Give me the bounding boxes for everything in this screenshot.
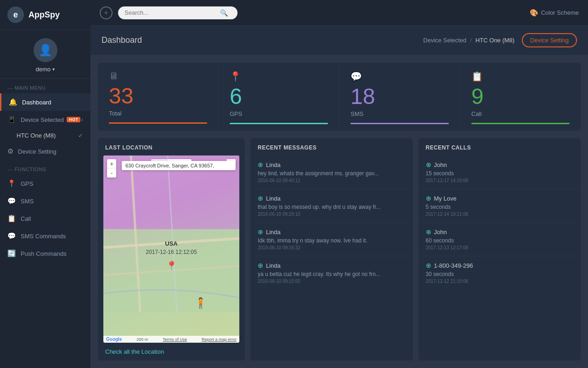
sidebar-item-dashboard[interactable]: 🔔 Dashboard [0,93,90,111]
call-duration-1: 5 seconds [426,204,574,210]
map-footer: Google 200 m Terms of Use Report a map e… [103,336,239,343]
sidebar-item-sms[interactable]: 💬 SMS [0,192,90,210]
page-title: Dashboard [102,35,142,45]
total-label: Total [109,110,207,117]
msg-sender-2: ⊕ Linda [258,228,406,236]
search-icon: 🔍 [220,9,228,17]
call-stat-icon: 📋 [471,71,483,82]
breadcrumb-separator: / [470,37,472,44]
search-input[interactable] [124,9,216,16]
sidebar-item-device-setting[interactable]: ⚙ Device Setting [0,143,90,160]
map-person-icon: 🧍 [194,297,207,309]
search-bar: 🔍 [118,6,237,19]
stat-total: 🖥 33 Total [98,63,219,131]
username[interactable]: demo ▾ [36,66,55,73]
msg-sender-name: Linda [266,195,281,202]
hot-badge: HOT [67,117,81,122]
contact-icon: ⊕ [258,228,263,236]
report-link[interactable]: Report a map error [202,337,237,342]
msg-sender-name: Linda [266,229,281,236]
sidebar-item-label: Dashboard [22,99,51,106]
msg-time-2: 2016-06-10 09:16:32 [258,245,406,250]
sidebar-item-device-selected[interactable]: 📱 Device Selected HOT › [0,111,90,128]
call-name-1: ⊕ My Love [426,195,574,202]
page-header: Dashboard Device Selected / HTC One (M8)… [90,26,588,55]
zoom-out-button[interactable]: - [107,168,116,178]
sidebar-item-label: SMS Commands [21,233,66,240]
device-setting-button[interactable]: Device Setting [522,33,577,47]
call-name-2: ⊕ John [426,228,574,236]
breadcrumb-parent: Device Selected [423,37,466,44]
messages-list: ⊕ Linda hey lind, whats the assignment m… [250,155,413,361]
call-time-2: 2017-12-13 12:17:06 [426,245,574,250]
msg-text-1: that boy is so messed up. why dnt u stay… [258,204,406,210]
sidebar-item-push-commands[interactable]: 🔄 Push Commands [0,245,90,262]
breadcrumb-current: HTC One (M8) [475,37,514,44]
last-location-title: LAST LOCATION [98,138,245,155]
dropdown-caret-icon: ▾ [52,67,55,72]
message-item-0: ⊕ Linda hey lind, whats the assignment m… [254,155,409,189]
sms-label: SMS [351,110,449,117]
sidebar-logo: e AppSpy [0,0,90,30]
recent-messages-title: RECENT MESSAGES [250,138,413,155]
sidebar-item-label: SMS [21,198,34,205]
topbar: + 🔍 🎨 Color Scheme [90,0,588,26]
msg-text-3: ya u betta cuz he legit cray. Its why he… [258,271,406,277]
messages-panel: RECENT MESSAGES ⊕ Linda hey lind, whats … [250,138,413,361]
msg-text-2: Idk tbh, imma try n stay away now. Ive h… [258,237,406,244]
call-name-0: ⊕ John [426,161,574,168]
call-duration-0: 15 seconds [426,170,574,177]
sidebar-item-label: Call [21,215,31,222]
sms-value: 18 [351,86,449,108]
map-country: USA [146,240,197,247]
caller-name-2: John [434,229,447,236]
caller-name-3: 1-800-349-296 [434,262,473,269]
google-logo: Google [106,337,122,342]
sidebar-item-label: GPS [21,180,33,187]
chevron-right-icon: › [81,117,83,122]
map-center-info: USA 2017-12-16 12:12:05 [146,240,197,255]
add-button[interactable]: + [100,6,113,19]
terms-link[interactable]: Terms of Use [163,337,187,342]
main-content: + 🔍 🎨 Color Scheme Dashboard Device Sele… [90,0,588,368]
main-menu-label: --- MAIN MENU [0,79,90,93]
stat-call: 📋 9 Call [460,63,581,131]
map-panel: LAST LOCATION [98,138,245,361]
check-location-link[interactable]: Check all the Location [98,343,245,361]
color-scheme-button[interactable]: 🎨 Color Scheme [530,9,579,17]
sidebar-item-htc[interactable]: HTC One (M8) ✓ [0,128,90,143]
call-item-2: ⊕ John 60 seconds 2017-12-13 12:17:06 [422,223,577,256]
contact-icon: ⊕ [426,195,431,202]
call-time-1: 2017-12-14 19:11:06 [426,212,574,217]
gps-label: GPS [230,110,328,117]
contact-icon: ⊕ [258,161,263,168]
call-label: Call [471,110,570,117]
sidebar: e AppSpy 👤 demo ▾ --- MAIN MENU 🔔 Dashbo… [0,0,90,368]
contact-icon: ⊕ [426,161,431,168]
sidebar-item-label: Device Selected [21,116,64,123]
zoom-in-button[interactable]: + [107,159,116,168]
call-item-3: ⊕ 1-800-349-296 30 seconds 2017-12-12 21… [422,256,577,289]
msg-time-3: 2016-06-10 09:15:55 [258,279,406,284]
sidebar-user: 👤 demo ▾ [0,30,90,79]
gps-bar [230,123,328,124]
stat-sms: 💬 18 SMS [339,63,460,131]
logo-icon: e [7,6,24,23]
call-value: 9 [471,86,570,108]
msg-sender-0: ⊕ Linda [258,161,406,168]
sidebar-item-gps[interactable]: 📍 GPS [0,175,90,192]
map-container[interactable]: + - Map Satellite ⛶ 630 Craycroft Drive,… [103,155,239,343]
sms-stat-icon: 💬 [351,71,362,82]
gps-stat-icon: 📍 [230,71,241,82]
sidebar-item-call[interactable]: 📋 Call [0,210,90,227]
avatar: 👤 [34,38,57,62]
check-icon: ✓ [78,132,83,139]
sidebar-item-sms-commands[interactable]: 💬 SMS Commands [0,227,90,245]
sms-icon: 💬 [7,197,16,205]
push-commands-icon: 🔄 [7,249,16,258]
map-zoom-controls: + - [107,159,116,178]
map-address: 630 Craycroft Drive, Sanger, CA 93657, [122,161,236,170]
call-icon: 📋 [7,214,16,223]
call-time-0: 2017-12-17 14:10:06 [426,178,574,183]
message-item-3: ⊕ Linda ya u betta cuz he legit cray. It… [254,256,409,289]
